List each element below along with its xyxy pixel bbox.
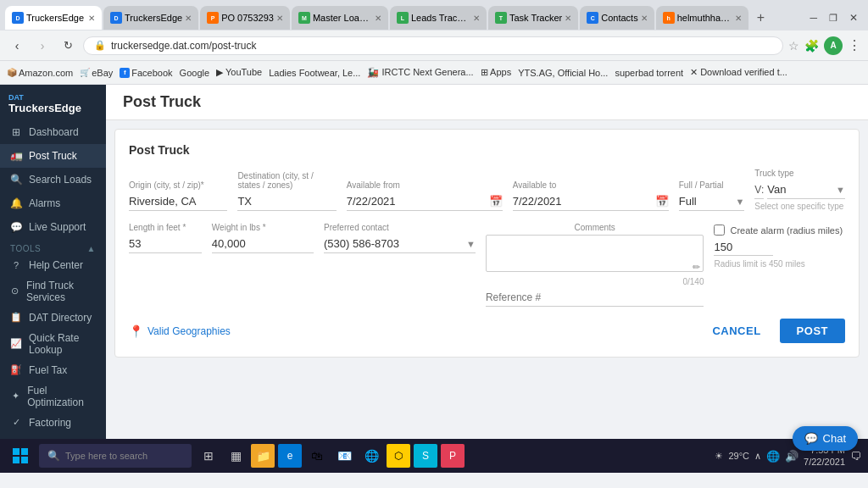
alarm-checkbox[interactable] xyxy=(714,225,725,236)
comments-textarea[interactable] xyxy=(486,235,704,272)
sidebar-item-dat-directory[interactable]: 📋 DAT Directory xyxy=(0,308,106,328)
edit-icon[interactable]: ✏ xyxy=(693,262,700,273)
bookmark-irctc[interactable]: 🚂 IRCTC Next Genera... xyxy=(367,67,473,78)
tab-3[interactable]: P PO 0753293 ✕ xyxy=(200,6,290,30)
browser-nav-bar: ‹ › ↻ 🔒 truckersedge.dat.com/post-truck … xyxy=(0,30,868,61)
bookmark-facebook[interactable]: f Facebook xyxy=(120,68,172,78)
sidebar-item-search-loads[interactable]: 🔍 Search Loads xyxy=(0,168,106,191)
tab-3-close[interactable]: ✕ xyxy=(276,14,283,23)
sidebar-item-dashboard[interactable]: ⊞ Dashboard xyxy=(0,120,106,144)
bookmark-torrent[interactable]: superbad torrent xyxy=(615,68,683,78)
sidebar-item-post-truck[interactable]: 🚛 Post Truck xyxy=(0,144,106,168)
tab-1-close[interactable]: ✕ xyxy=(88,14,95,23)
calendar-from-icon[interactable]: 📅 xyxy=(489,195,503,208)
tab-2-close[interactable]: ✕ xyxy=(185,14,192,23)
notifications-icon[interactable]: 🗨 xyxy=(850,450,861,463)
taskbar-icon-explorer[interactable]: 📁 xyxy=(251,444,275,468)
logo-name: TruckersEdge xyxy=(8,102,97,115)
tab-2-favicon: D xyxy=(110,12,122,24)
bookmark-apps[interactable]: ⊞ Apps xyxy=(481,67,512,78)
tab-7-close[interactable]: ✕ xyxy=(641,14,648,23)
windows-start-button[interactable] xyxy=(7,442,34,469)
sidebar-label-live-support: Live Support xyxy=(29,221,86,233)
reference-input[interactable] xyxy=(486,289,704,307)
sidebar-item-quick-rate[interactable]: 📈 Quick Rate Lookup xyxy=(0,328,106,360)
sidebar-item-report-bad-behavior[interactable]: ⚑ Report Bad Behavior xyxy=(0,433,106,439)
preferred-contact-input[interactable] xyxy=(324,235,466,252)
sidebar-item-find-truck-services[interactable]: ⊙ Find Truck Services xyxy=(0,275,106,308)
sidebar-item-live-support[interactable]: 💬 Live Support xyxy=(0,215,106,239)
tab-1[interactable]: D TruckersEdge ✕ xyxy=(5,6,102,30)
taskbar-icon-taskview[interactable]: ⊞ xyxy=(197,444,220,468)
chrome-menu[interactable]: ⋮ xyxy=(848,37,861,53)
extensions-icon[interactable]: 🧩 xyxy=(804,39,819,53)
back-button[interactable]: ‹ xyxy=(7,36,27,56)
sidebar-item-help-center[interactable]: ? Help Center xyxy=(0,255,106,275)
lock-icon: 🔒 xyxy=(94,40,106,51)
tab-7[interactable]: C Contacts ✕ xyxy=(580,6,654,30)
tab-6[interactable]: T Task Tracker ✕ xyxy=(488,6,578,30)
minimize-button[interactable]: ─ xyxy=(804,10,822,25)
bookmark-download[interactable]: ✕ Download verified t... xyxy=(690,67,787,78)
taskbar-icon-edge[interactable]: e xyxy=(278,444,302,468)
sidebar-item-fuel-tax[interactable]: ⛽ Fuel Tax xyxy=(0,360,106,380)
tab-8[interactable]: h helmuthhaul... ✕ xyxy=(656,6,748,30)
origin-input[interactable] xyxy=(129,192,227,211)
available-to-input[interactable] xyxy=(513,192,655,210)
network-icon[interactable]: 🌐 xyxy=(766,450,780,463)
available-from-input[interactable] xyxy=(347,192,489,210)
bookmark-amazon[interactable]: 📦 Amazon.com xyxy=(7,68,73,78)
taskbar-search-bar[interactable]: 🔍 Type here to search xyxy=(39,444,192,468)
sidebar-item-fuel-optimization[interactable]: ✦ Fuel Optimization xyxy=(0,380,106,413)
truck-type-select[interactable]: Van Flatbed Reefer xyxy=(767,180,836,198)
sidebar-item-factoring[interactable]: ✓ Factoring xyxy=(0,413,106,433)
restore-button[interactable]: ❐ xyxy=(824,11,843,25)
bookmark-star[interactable]: ☆ xyxy=(788,39,799,53)
reload-button[interactable]: ↻ xyxy=(58,36,78,56)
taskbar-icon-store[interactable]: 🛍 xyxy=(305,444,329,468)
tab-5-close[interactable]: ✕ xyxy=(473,14,480,23)
taskbar-icon-chrome[interactable]: 🌐 xyxy=(359,444,383,468)
chat-button[interactable]: 💬 Chat xyxy=(793,426,858,451)
tab-3-label: PO 0753293 xyxy=(221,13,274,23)
tab-8-close[interactable]: ✕ xyxy=(735,14,742,23)
sidebar: DAT TruckersEdge ⊞ Dashboard 🚛 Post Truc… xyxy=(0,85,106,439)
form-group-truck-type: Truck type V: Van Flatbed Reefer ▼ Sel xyxy=(754,169,845,211)
bookmark-youtube[interactable]: ▶ YouTube xyxy=(216,67,262,78)
volume-icon[interactable]: 🔊 xyxy=(785,450,798,463)
valid-geographies[interactable]: 📍 Valid Geographies xyxy=(129,324,231,338)
tab-6-close[interactable]: ✕ xyxy=(565,14,571,23)
address-bar[interactable]: 🔒 truckersedge.dat.com/post-truck xyxy=(83,36,783,55)
bookmark-yts[interactable]: YTS.AG, Official Ho... xyxy=(518,68,608,78)
taskbar-icon-app6[interactable]: ⬡ xyxy=(387,444,410,468)
tab-4[interactable]: M Master Load... ✕ xyxy=(292,6,388,30)
length-input[interactable] xyxy=(129,235,202,253)
close-button[interactable]: ✕ xyxy=(844,10,863,25)
full-partial-select[interactable]: Full Partial xyxy=(679,192,736,210)
calendar-to-icon[interactable]: 📅 xyxy=(655,195,669,208)
dat-directory-icon: 📋 xyxy=(10,312,22,323)
taskbar-icon-mail[interactable]: 📧 xyxy=(332,444,356,468)
alarm-miles-input[interactable] xyxy=(714,239,773,256)
tab-3-favicon: P xyxy=(207,12,219,24)
bookmark-ladies[interactable]: Ladies Footwear, Le... xyxy=(269,68,360,78)
bookmark-google[interactable]: Google xyxy=(180,68,209,78)
tab-2[interactable]: D TruckersEdge ✕ xyxy=(103,6,198,30)
sidebar-item-alarms[interactable]: 🔔 Alarms xyxy=(0,191,106,215)
taskbar-icon-widgets[interactable]: ▦ xyxy=(224,444,248,468)
cancel-button[interactable]: CANCEL xyxy=(702,319,771,342)
tab-5[interactable]: L Leads Tracke... ✕ xyxy=(390,6,487,30)
forward-button[interactable]: › xyxy=(32,36,53,56)
post-button[interactable]: POST xyxy=(780,319,845,343)
tab-bar: D TruckersEdge ✕ D TruckersEdge ✕ P PO 0… xyxy=(0,0,868,30)
destination-input[interactable] xyxy=(237,192,336,211)
new-tab-button[interactable]: + xyxy=(752,10,770,25)
taskbar-icon-app8[interactable]: P xyxy=(441,444,465,468)
weight-input[interactable] xyxy=(212,235,314,253)
destination-label: Destination (city, st / states / zones) xyxy=(237,171,336,190)
tray-arrow-icon[interactable]: ∧ xyxy=(754,451,761,462)
tab-4-close[interactable]: ✕ xyxy=(375,14,381,23)
profile-avatar[interactable]: A xyxy=(824,36,843,55)
taskbar-icon-app7[interactable]: S xyxy=(414,444,437,468)
bookmark-ebay[interactable]: 🛒 eBay xyxy=(80,68,113,78)
